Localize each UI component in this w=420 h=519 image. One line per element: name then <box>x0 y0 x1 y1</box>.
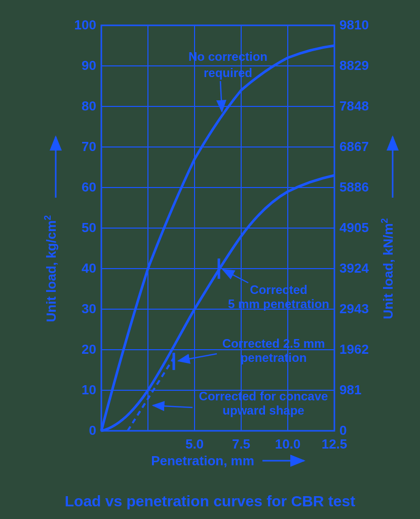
ytick-left-0: 0 <box>89 423 96 438</box>
ytick-left-80: 80 <box>82 98 96 114</box>
ytick-left-50: 50 <box>82 220 96 235</box>
xtick-5: 5.0 <box>185 436 204 452</box>
ytick-left-10: 10 <box>82 382 96 397</box>
ytick-left-90: 90 <box>82 58 96 73</box>
xtick-10: 10.0 <box>275 436 301 452</box>
annotation-no-correction-1: No correction <box>188 50 268 63</box>
ytick-left-100: 100 <box>74 17 96 32</box>
ytick-left-40: 40 <box>82 261 96 276</box>
annotation-corr25-1: Corrected 2.5 mm <box>222 337 325 350</box>
x-axis-label: Penetration, mm <box>151 453 254 468</box>
ytick-right-3924: 3924 <box>339 261 369 276</box>
ytick-right-9810: 9810 <box>339 17 369 32</box>
annotation-concave-2: upward shape <box>222 403 304 417</box>
curve-no-correction <box>101 46 334 431</box>
y-axis-right-label: Unit load, kN/m2 <box>379 218 396 319</box>
ytick-right-7848: 7848 <box>339 98 369 114</box>
ytick-right-8829: 8829 <box>339 58 369 73</box>
annotation-corr25-2: penetration <box>241 351 307 364</box>
ytick-left-70: 70 <box>82 139 96 154</box>
xtick-7.5: 7.5 <box>232 436 250 452</box>
cbr-load-penetration-chart: 0 10 20 30 40 50 60 70 80 90 100 0 981 1… <box>20 5 405 492</box>
ytick-right-1962: 1962 <box>339 342 369 357</box>
ytick-left-60: 60 <box>82 179 96 195</box>
ytick-right-2943: 2943 <box>339 301 369 316</box>
ytick-left-30: 30 <box>82 301 96 316</box>
annotation-corr5-2: 5 mm penetration <box>228 297 329 311</box>
ytick-right-5886: 5886 <box>339 179 369 195</box>
ytick-right-981: 981 <box>339 382 361 397</box>
y-axis-left-label: Unit load, kg/cm2 <box>43 215 59 322</box>
ytick-right-6867: 6867 <box>339 139 369 154</box>
ytick-right-0: 0 <box>339 423 347 438</box>
ytick-right-4905: 4905 <box>339 220 369 235</box>
annotation-concave-1: Corrected for concave <box>199 389 328 403</box>
annotation-corr5-arrow-icon <box>223 270 248 283</box>
annotation-corr5-1: Corrected <box>250 283 307 296</box>
annotation-no-correction-2: required <box>204 66 252 80</box>
chart-caption: Load vs penetration curves for CBR test <box>0 493 420 510</box>
annotation-corr25-arrow-icon <box>178 354 217 361</box>
ytick-left-20: 20 <box>82 342 96 357</box>
xtick-12.5: 12.5 <box>322 436 348 452</box>
correction-tangent <box>128 358 174 431</box>
annotation-concave-arrow-icon <box>153 405 193 407</box>
